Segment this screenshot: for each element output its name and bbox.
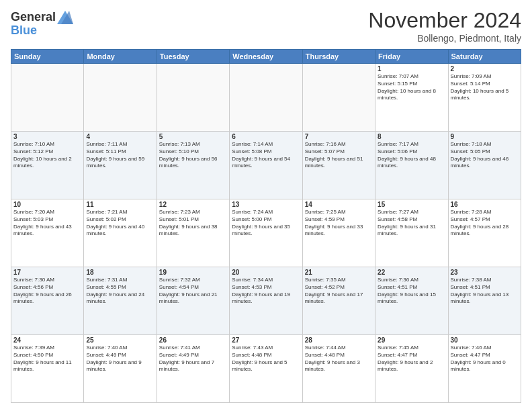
day-number: 21 (305, 269, 373, 276)
logo-text-blue: Blue (11, 24, 37, 37)
calendar-cell: 10Sunrise: 7:20 AM Sunset: 5:03 PM Dayli… (11, 199, 84, 267)
day-number: 4 (86, 133, 154, 140)
day-info: Sunrise: 7:40 AM Sunset: 4:49 PM Dayligh… (86, 345, 154, 373)
day-info: Sunrise: 7:41 AM Sunset: 4:49 PM Dayligh… (159, 345, 227, 373)
calendar-cell: 17Sunrise: 7:30 AM Sunset: 4:56 PM Dayli… (11, 267, 84, 335)
day-number: 29 (378, 336, 445, 344)
calendar-cell: 4Sunrise: 7:11 AM Sunset: 5:11 PM Daylig… (84, 132, 157, 199)
calendar-week-5: 24Sunrise: 7:39 AM Sunset: 4:50 PM Dayli… (11, 335, 521, 403)
calendar-cell: 3Sunrise: 7:10 AM Sunset: 5:12 PM Daylig… (11, 132, 84, 199)
day-info: Sunrise: 7:14 AM Sunset: 5:08 PM Dayligh… (232, 141, 300, 170)
calendar-cell: 21Sunrise: 7:35 AM Sunset: 4:52 PM Dayli… (302, 267, 375, 335)
calendar-cell (11, 64, 84, 132)
calendar-cell: 1Sunrise: 7:07 AM Sunset: 5:15 PM Daylig… (375, 64, 448, 132)
calendar-cell (230, 64, 302, 132)
logo-text: General (11, 11, 56, 24)
day-number: 2 (451, 65, 519, 73)
calendar-cell: 14Sunrise: 7:25 AM Sunset: 4:59 PM Dayli… (302, 199, 375, 267)
calendar-cell: 16Sunrise: 7:28 AM Sunset: 4:57 PM Dayli… (448, 199, 521, 267)
day-info: Sunrise: 7:17 AM Sunset: 5:06 PM Dayligh… (378, 141, 445, 170)
day-number: 27 (232, 336, 300, 344)
calendar-cell: 8Sunrise: 7:17 AM Sunset: 5:06 PM Daylig… (375, 132, 448, 199)
day-number: 24 (13, 336, 81, 344)
calendar-cell: 28Sunrise: 7:44 AM Sunset: 4:48 PM Dayli… (302, 335, 375, 403)
header: General Blue November 2024 Bollengo, Pie… (11, 8, 521, 44)
calendar-cell: 2Sunrise: 7:09 AM Sunset: 5:14 PM Daylig… (448, 64, 521, 132)
day-number: 9 (451, 133, 519, 140)
day-number: 1 (378, 65, 445, 73)
calendar-cell: 25Sunrise: 7:40 AM Sunset: 4:49 PM Dayli… (84, 335, 157, 403)
day-number: 8 (378, 133, 445, 140)
day-number: 16 (451, 201, 519, 208)
day-info: Sunrise: 7:46 AM Sunset: 4:47 PM Dayligh… (451, 345, 519, 373)
day-number: 5 (159, 133, 227, 140)
calendar-cell: 13Sunrise: 7:24 AM Sunset: 5:00 PM Dayli… (230, 199, 302, 267)
day-number: 14 (305, 201, 373, 208)
location: Bollengo, Piedmont, Italy (368, 33, 521, 44)
day-number: 10 (13, 201, 81, 208)
day-info: Sunrise: 7:25 AM Sunset: 4:59 PM Dayligh… (305, 209, 373, 238)
day-info: Sunrise: 7:30 AM Sunset: 4:56 PM Dayligh… (13, 277, 81, 306)
weekday-thursday: Thursday (302, 50, 375, 64)
calendar-table: SundayMondayTuesdayWednesdayThursdayFrid… (11, 49, 521, 403)
weekday-tuesday: Tuesday (157, 50, 229, 64)
day-number: 17 (13, 269, 81, 276)
day-info: Sunrise: 7:35 AM Sunset: 4:52 PM Dayligh… (305, 277, 373, 306)
weekday-friday: Friday (375, 50, 448, 64)
calendar-week-3: 10Sunrise: 7:20 AM Sunset: 5:03 PM Dayli… (11, 199, 521, 267)
day-info: Sunrise: 7:28 AM Sunset: 4:57 PM Dayligh… (451, 209, 519, 238)
weekday-header-row: SundayMondayTuesdayWednesdayThursdayFrid… (11, 50, 521, 64)
day-info: Sunrise: 7:34 AM Sunset: 4:53 PM Dayligh… (232, 277, 300, 306)
day-info: Sunrise: 7:09 AM Sunset: 5:14 PM Dayligh… (451, 73, 519, 102)
day-info: Sunrise: 7:38 AM Sunset: 4:51 PM Dayligh… (451, 277, 519, 306)
calendar-cell: 6Sunrise: 7:14 AM Sunset: 5:08 PM Daylig… (230, 132, 302, 199)
calendar-cell: 24Sunrise: 7:39 AM Sunset: 4:50 PM Dayli… (11, 335, 84, 403)
day-info: Sunrise: 7:27 AM Sunset: 4:58 PM Dayligh… (378, 209, 445, 238)
day-info: Sunrise: 7:16 AM Sunset: 5:07 PM Dayligh… (305, 141, 373, 170)
day-number: 20 (232, 269, 300, 276)
day-info: Sunrise: 7:20 AM Sunset: 5:03 PM Dayligh… (13, 209, 81, 238)
day-number: 12 (159, 201, 227, 208)
day-info: Sunrise: 7:44 AM Sunset: 4:48 PM Dayligh… (305, 345, 373, 373)
title-block: November 2024 Bollengo, Piedmont, Italy (368, 8, 521, 44)
day-info: Sunrise: 7:39 AM Sunset: 4:50 PM Dayligh… (13, 345, 81, 373)
calendar-cell: 27Sunrise: 7:43 AM Sunset: 4:48 PM Dayli… (230, 335, 302, 403)
day-number: 26 (159, 336, 227, 344)
weekday-sunday: Sunday (11, 50, 84, 64)
calendar-cell: 9Sunrise: 7:18 AM Sunset: 5:05 PM Daylig… (448, 132, 521, 199)
day-number: 28 (305, 336, 373, 344)
calendar-cell: 19Sunrise: 7:32 AM Sunset: 4:54 PM Dayli… (157, 267, 229, 335)
day-number: 13 (232, 201, 300, 208)
day-number: 22 (378, 269, 445, 276)
day-info: Sunrise: 7:18 AM Sunset: 5:05 PM Dayligh… (451, 141, 519, 170)
calendar-cell: 20Sunrise: 7:34 AM Sunset: 4:53 PM Dayli… (230, 267, 302, 335)
day-number: 30 (451, 336, 519, 344)
calendar-week-4: 17Sunrise: 7:30 AM Sunset: 4:56 PM Dayli… (11, 267, 521, 335)
day-info: Sunrise: 7:32 AM Sunset: 4:54 PM Dayligh… (159, 277, 227, 306)
day-info: Sunrise: 7:45 AM Sunset: 4:47 PM Dayligh… (378, 345, 445, 373)
day-info: Sunrise: 7:31 AM Sunset: 4:55 PM Dayligh… (86, 277, 154, 306)
calendar-cell (84, 64, 157, 132)
calendar-cell: 18Sunrise: 7:31 AM Sunset: 4:55 PM Dayli… (84, 267, 157, 335)
calendar-cell: 11Sunrise: 7:21 AM Sunset: 5:02 PM Dayli… (84, 199, 157, 267)
calendar-cell: 5Sunrise: 7:13 AM Sunset: 5:10 PM Daylig… (157, 132, 229, 199)
calendar-cell: 29Sunrise: 7:45 AM Sunset: 4:47 PM Dayli… (375, 335, 448, 403)
calendar-cell: 26Sunrise: 7:41 AM Sunset: 4:49 PM Dayli… (157, 335, 229, 403)
calendar-cell: 12Sunrise: 7:23 AM Sunset: 5:01 PM Dayli… (157, 199, 229, 267)
weekday-wednesday: Wednesday (230, 50, 302, 64)
day-info: Sunrise: 7:23 AM Sunset: 5:01 PM Dayligh… (159, 209, 227, 238)
day-number: 18 (86, 269, 154, 276)
calendar-cell: 15Sunrise: 7:27 AM Sunset: 4:58 PM Dayli… (375, 199, 448, 267)
logo-icon (57, 11, 73, 24)
calendar-cell: 7Sunrise: 7:16 AM Sunset: 5:07 PM Daylig… (302, 132, 375, 199)
day-info: Sunrise: 7:11 AM Sunset: 5:11 PM Dayligh… (86, 141, 154, 170)
day-number: 3 (13, 133, 81, 140)
day-number: 19 (159, 269, 227, 276)
day-number: 15 (378, 201, 445, 208)
day-info: Sunrise: 7:24 AM Sunset: 5:00 PM Dayligh… (232, 209, 300, 238)
calendar-cell: 30Sunrise: 7:46 AM Sunset: 4:47 PM Dayli… (448, 335, 521, 403)
calendar-cell (302, 64, 375, 132)
month-title: November 2024 (368, 8, 521, 33)
day-info: Sunrise: 7:13 AM Sunset: 5:10 PM Dayligh… (159, 141, 227, 170)
page: General Blue November 2024 Bollengo, Pie… (0, 0, 532, 411)
